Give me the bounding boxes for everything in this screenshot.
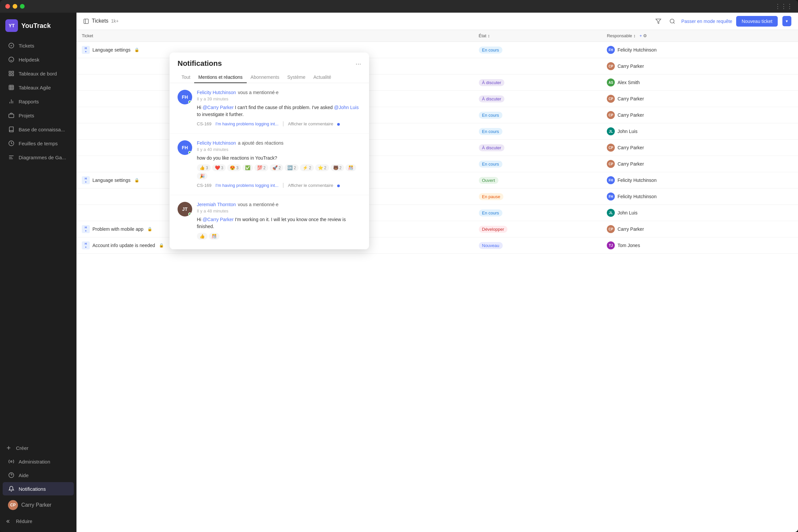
ticket-name[interactable]: Account info update is needed bbox=[92, 243, 155, 248]
responsible-item[interactable]: CP Carry Parker bbox=[607, 225, 793, 233]
ticket-name[interactable]: Problem with mobile app bbox=[92, 226, 143, 232]
status-badge[interactable]: En cours bbox=[479, 160, 502, 168]
col-state[interactable]: État ↕ bbox=[474, 30, 602, 42]
sidebar-item-creer[interactable]: Créer bbox=[0, 441, 76, 455]
main-content: Tickets 1k+ Passer en mode requête Nouve… bbox=[76, 13, 798, 532]
main-header: Tickets 1k+ Passer en mode requête Nouve… bbox=[76, 13, 798, 30]
reaction-pill[interactable]: 👍 bbox=[197, 233, 208, 240]
status-badge[interactable]: À discuter bbox=[479, 144, 505, 151]
notif-tab-systeme[interactable]: Système bbox=[283, 72, 309, 83]
reaction-pill[interactable]: ✅ bbox=[242, 164, 253, 171]
plus-icon bbox=[5, 444, 12, 451]
query-mode-link[interactable]: Passer en mode requête bbox=[681, 19, 732, 24]
sidebar-collapse[interactable]: Réduire bbox=[0, 515, 76, 528]
responsible-item[interactable]: CP Carry Parker bbox=[607, 62, 793, 70]
responsible-item[interactable]: AS Alex Smith bbox=[607, 78, 793, 87]
responsible-cell: FH Felicity Hutchinson bbox=[602, 42, 798, 58]
reaction-pill[interactable]: 🎊 bbox=[345, 164, 356, 171]
status-badge[interactable]: En cours bbox=[479, 209, 502, 216]
filter-icon[interactable] bbox=[653, 16, 663, 26]
status-badge[interactable]: En cours bbox=[479, 46, 502, 54]
ticket-name[interactable]: Language settings bbox=[92, 177, 130, 183]
responsible-item[interactable]: CP Carry Parker bbox=[607, 95, 793, 103]
new-ticket-button[interactable]: Nouveau ticket bbox=[736, 16, 778, 26]
notif-tab-tout[interactable]: Tout bbox=[177, 72, 194, 83]
gear-icon[interactable]: ⚙ bbox=[643, 33, 647, 38]
reaction-pill[interactable]: 👍3 bbox=[197, 164, 211, 171]
notif-menu-icon[interactable]: ··· bbox=[356, 60, 361, 68]
close-button[interactable] bbox=[5, 4, 10, 8]
notif-author[interactable]: Felicity Hutchinson bbox=[197, 140, 236, 146]
notif-tab-actualite[interactable]: Actualité bbox=[309, 72, 335, 83]
sidebar-item-tickets[interactable]: Tickets bbox=[3, 39, 74, 52]
responsible-name: Carry Parker bbox=[618, 96, 644, 101]
notif-author[interactable]: Felicity Hutchinson bbox=[197, 90, 236, 95]
status-badge[interactable]: Nouveau bbox=[479, 242, 503, 249]
notif-author[interactable]: Jeremiah Thornton bbox=[197, 202, 236, 207]
online-indicator bbox=[188, 151, 191, 154]
mention[interactable]: @Carry Parker bbox=[203, 217, 234, 222]
reaction-pill[interactable]: 😍3 bbox=[227, 164, 241, 171]
title-bar: ⋮⋮⋮ bbox=[0, 0, 798, 13]
reaction-pill[interactable]: 🚀2 bbox=[270, 164, 284, 171]
responsible-item[interactable]: FH Felicity Hutchinson bbox=[607, 192, 793, 201]
new-ticket-dropdown[interactable]: ▾ bbox=[782, 16, 791, 26]
reaction-pill[interactable]: ⭐2 bbox=[315, 164, 329, 171]
sidebar-logo[interactable]: YT YouTrack bbox=[0, 17, 76, 39]
view-comment-link[interactable]: Afficher le commentaire bbox=[288, 183, 333, 188]
sidebar-item-administration[interactable]: Administration bbox=[3, 455, 74, 468]
col-responsible-sort[interactable]: Responsable ↕ bbox=[607, 33, 635, 38]
sidebar-item-helpdesk[interactable]: Helpdesk bbox=[3, 53, 74, 66]
col-state-sort[interactable]: État ↕ bbox=[479, 33, 490, 38]
sidebar-item-notifications[interactable]: Notifications bbox=[3, 482, 74, 495]
search-icon[interactable] bbox=[667, 16, 677, 26]
reaction-pill[interactable]: 🎉 bbox=[197, 173, 208, 179]
status-badge[interactable]: Ouvert bbox=[479, 177, 498, 184]
mention[interactable]: @Carry Parker bbox=[203, 105, 234, 110]
notif-tab-mentions[interactable]: Mentions et réactions bbox=[194, 72, 246, 83]
sidebar-item-rapports[interactable]: Rapports bbox=[3, 95, 74, 108]
reaction-pill[interactable]: ⚡2 bbox=[300, 164, 314, 171]
reaction-pill[interactable]: ❤️3 bbox=[212, 164, 226, 171]
minimize-button[interactable] bbox=[13, 4, 17, 8]
reaction-pill[interactable]: 🆗2 bbox=[285, 164, 299, 171]
status-badge[interactable]: En cours bbox=[479, 112, 502, 119]
sidebar-item-tableaux-bord[interactable]: Tableaux de bord bbox=[3, 67, 74, 80]
reaction-pill[interactable]: 💯2 bbox=[254, 164, 268, 171]
sidebar-item-feuilles-temps[interactable]: Feuilles de temps bbox=[3, 137, 74, 150]
sidebar-item-diagrammes[interactable]: Diagrammes de Ga... bbox=[3, 151, 74, 164]
responsible-item[interactable]: CP Carry Parker bbox=[607, 111, 793, 119]
responsible-item[interactable]: CP Carry Parker bbox=[607, 160, 793, 168]
reaction-pill[interactable]: 🎊 bbox=[209, 233, 220, 240]
responsible-item[interactable]: FH Felicity Hutchinson bbox=[607, 176, 793, 184]
status-badge[interactable]: Développer bbox=[479, 226, 508, 233]
reaction-count: 2 bbox=[263, 166, 266, 170]
maximize-button[interactable] bbox=[20, 4, 25, 8]
ticket-name[interactable]: Language settings bbox=[92, 47, 130, 53]
sidebar-item-aide[interactable]: Aide bbox=[3, 469, 74, 482]
panel-toggle-icon[interactable] bbox=[83, 18, 89, 24]
sidebar-item-base-connaissance[interactable]: Base de connaissa... bbox=[3, 123, 74, 136]
sidebar-item-tableaux-agile[interactable]: Tableaux Agile bbox=[3, 81, 74, 94]
mention[interactable]: @John Luis bbox=[334, 105, 359, 110]
reaction-pill[interactable]: 🐻2 bbox=[330, 164, 344, 171]
responsible-item[interactable]: FH Felicity Hutchinson bbox=[607, 46, 793, 54]
responsible-item[interactable]: JL John Luis bbox=[607, 127, 793, 135]
add-column-icon[interactable]: + bbox=[640, 33, 642, 38]
notif-tab-abonnements[interactable]: Abonnements bbox=[247, 72, 283, 83]
ticket-link[interactable]: I'm having problems logging int... bbox=[215, 121, 279, 126]
col-responsible[interactable]: Responsable ↕ + ⚙ bbox=[602, 30, 798, 42]
view-comment-link[interactable]: Afficher le commentaire bbox=[288, 121, 333, 126]
responsible-item[interactable]: CP Carry Parker bbox=[607, 144, 793, 152]
user-profile[interactable]: CP Carry Parker bbox=[3, 497, 74, 513]
user-name: Carry Parker bbox=[21, 502, 52, 508]
status-badge[interactable]: En pause bbox=[479, 193, 504, 200]
responsible-item[interactable]: JL John Luis bbox=[607, 209, 793, 217]
status-badge[interactable]: À discuter bbox=[479, 95, 505, 102]
ticket-link[interactable]: I'm having problems logging int... bbox=[215, 183, 279, 188]
status-badge[interactable]: En cours bbox=[479, 128, 502, 135]
window-menu-icon[interactable]: ⋮⋮⋮ bbox=[775, 3, 793, 10]
responsible-item[interactable]: TJ Tom Jones bbox=[607, 241, 793, 249]
status-badge[interactable]: À discuter bbox=[479, 79, 505, 86]
sidebar-item-projets[interactable]: Projets bbox=[3, 109, 74, 122]
